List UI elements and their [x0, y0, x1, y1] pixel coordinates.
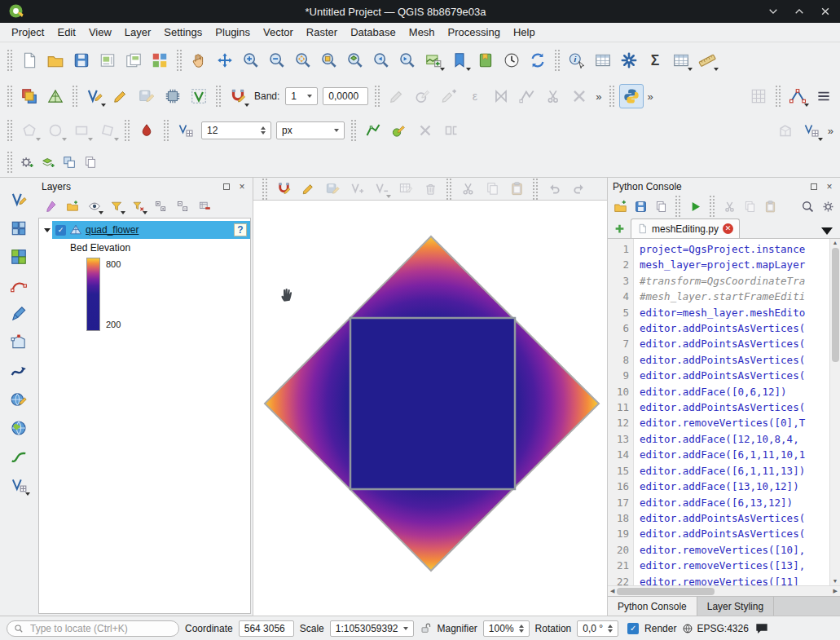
scrollbar-thumb[interactable] [617, 588, 715, 595]
new-print-layout-icon[interactable] [95, 48, 120, 73]
reindex-mesh-icon[interactable] [187, 84, 211, 108]
code-line[interactable]: editor.addPointsAsVertices( [640, 352, 829, 368]
scroll-down-icon[interactable]: ▼ [833, 577, 838, 585]
toggle-editing-icon[interactable] [108, 84, 133, 108]
code-line[interactable]: editor.removeVertices([13], [640, 558, 829, 573]
zoom-to-selection-icon[interactable] [317, 48, 341, 73]
code-line[interactable]: project=QgsProject.instance [640, 241, 829, 257]
code-line[interactable]: editor.addPointsAsVertices( [640, 399, 829, 415]
add-mesh-layer-icon[interactable] [43, 84, 68, 108]
code-line[interactable]: editor.addFace([0,6,12]) [640, 384, 829, 399]
menu-mesh[interactable]: Mesh [402, 24, 442, 40]
zoom-to-layer-icon[interactable] [343, 48, 367, 73]
code-line[interactable]: editor.addFace([6,13,12]) [640, 495, 829, 510]
style-manager-icon[interactable] [147, 48, 172, 73]
toolbar-handle[interactable] [73, 86, 77, 107]
close-button[interactable] [819, 5, 832, 18]
coordinate-value[interactable]: 564 3056 [239, 620, 294, 637]
manage-map-themes-icon[interactable] [85, 196, 104, 216]
zoom-in-icon[interactable] [239, 48, 263, 73]
toolbar-handle[interactable] [262, 179, 267, 200]
code-text[interactable]: project=QgsProject.instancemesh_layer=pr… [634, 239, 829, 585]
vertex-options-icon[interactable] [7, 473, 31, 497]
toolbar-handle[interactable] [710, 196, 715, 217]
trace-line-icon[interactable] [361, 118, 385, 143]
code-line[interactable]: editor.removeVertices([10], [640, 542, 829, 558]
layer-visibility-checkbox[interactable] [55, 225, 66, 236]
crs-indicator[interactable]: EPSG:4326 [682, 623, 748, 634]
scroll-up-icon[interactable]: ▲ [833, 239, 838, 247]
toolbar-handle[interactable] [533, 179, 538, 200]
code-line[interactable]: editor.addPointsAsVertices( [640, 320, 829, 336]
collapse-all-icon[interactable] [173, 196, 192, 216]
code-line[interactable]: #transform=QgsCoordinateTra [640, 273, 829, 289]
processing-history-icon[interactable] [17, 152, 37, 172]
offset-curve-icon[interactable] [134, 118, 159, 143]
scale-combo[interactable]: 1:1053059392 [330, 620, 414, 637]
code-line[interactable]: editor.addFace([6,1,11,13]) [640, 463, 829, 479]
measure-line-icon[interactable] [695, 48, 719, 73]
move-feature-icon[interactable] [7, 387, 31, 412]
temporal-controller-icon[interactable] [499, 48, 524, 73]
toolbar-handle[interactable] [446, 179, 451, 200]
code-line[interactable]: editor.addFace([6,1,11,10,1 [640, 447, 829, 462]
layer-name[interactable]: quad_flower [86, 224, 139, 236]
unit-combo[interactable]: px [276, 121, 345, 139]
toolbar-handle[interactable] [555, 50, 560, 71]
pan-map-icon[interactable] [187, 48, 211, 73]
open-script-icon[interactable] [610, 196, 630, 216]
dock-tab-layer-styling[interactable]: Layer Styling [697, 597, 774, 616]
code-line[interactable]: editor.addFace([13,10,12]) [640, 479, 829, 494]
toolbar-handle[interactable] [776, 86, 781, 107]
tab-menu-icon[interactable] [821, 227, 833, 235]
identify-features-icon[interactable]: i [565, 48, 589, 73]
toolbar-handle[interactable] [164, 120, 169, 141]
zoom-full-icon[interactable] [291, 48, 315, 73]
vertical-scrollbar[interactable]: ▲ ▼ [829, 239, 840, 585]
digitize-with-magnet-icon[interactable] [273, 179, 294, 200]
toolbar-handle[interactable] [7, 152, 12, 173]
float-panel-button[interactable] [221, 181, 232, 192]
expander-icon[interactable] [42, 228, 52, 232]
code-line[interactable]: editor.addPointsAsVertices( [640, 368, 829, 383]
close-panel-button[interactable]: × [236, 181, 248, 192]
duplicate-layer-icon[interactable] [59, 152, 79, 172]
open-layer-styling-icon[interactable] [41, 196, 60, 216]
radius-spin[interactable]: 12 [201, 121, 271, 139]
new-spatial-bookmark-icon[interactable] [447, 48, 472, 73]
open-project-icon[interactable] [43, 48, 68, 73]
scroll-left-icon[interactable]: ◀ [608, 588, 617, 594]
zoom-next-icon[interactable] [395, 48, 420, 73]
magnifier-spin[interactable]: 100% [483, 620, 530, 637]
save-project-icon[interactable] [69, 48, 94, 73]
toolbar-handle[interactable] [7, 120, 12, 141]
digitize-with-segment-icon[interactable] [226, 84, 250, 108]
save-script-as-icon[interactable] [651, 196, 671, 216]
select-mesh-elements-icon[interactable] [7, 216, 31, 241]
circular-string-tool-icon[interactable] [7, 273, 31, 298]
vertex-editor-icon[interactable] [799, 118, 824, 143]
locate-input[interactable] [29, 622, 172, 635]
rotation-spin[interactable]: 0,0 ° [577, 620, 618, 637]
float-panel-button[interactable] [808, 181, 820, 192]
toolbar-overflow[interactable]: » [648, 90, 653, 103]
refresh-map-icon[interactable] [526, 48, 550, 73]
stream-digitize-icon[interactable] [387, 118, 411, 143]
menu-layer[interactable]: Layer [118, 24, 158, 40]
web-tools-icon[interactable] [7, 416, 31, 440]
vertex-tool-icon[interactable] [785, 84, 810, 108]
scroll-right-icon[interactable]: ▶ [831, 588, 840, 594]
add-polygon-icon[interactable] [7, 330, 31, 355]
add-line-icon[interactable] [7, 302, 31, 326]
toolbar-handle[interactable] [7, 50, 12, 71]
new-editor-tab-button[interactable] [610, 219, 628, 237]
menu-project[interactable]: Project [5, 24, 51, 40]
editor-tab[interactable]: meshEditing.py ✕ [631, 218, 740, 238]
add-group-icon[interactable] [63, 196, 82, 216]
console-settings-icon[interactable] [818, 196, 838, 216]
data-source-manager-icon[interactable] [17, 84, 42, 108]
expand-all-icon[interactable] [151, 196, 170, 216]
vertex-edit-tool-icon[interactable] [7, 188, 31, 212]
toolbar-handle[interactable] [216, 86, 221, 107]
band-value-field[interactable]: 0,0000 [323, 87, 368, 105]
